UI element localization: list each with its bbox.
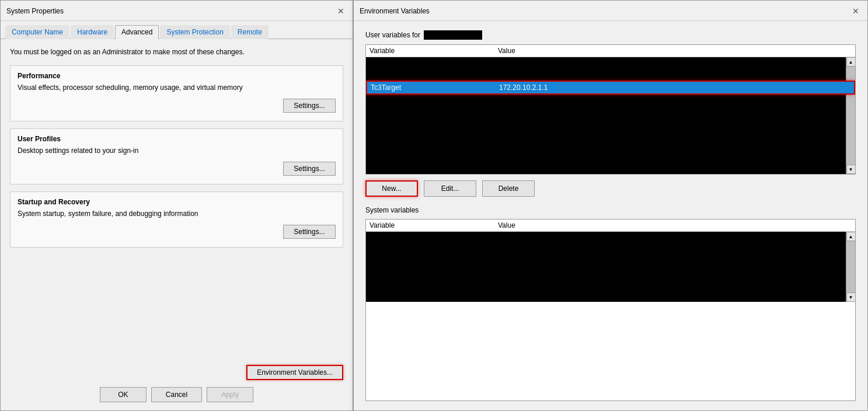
startup-recovery-settings-button[interactable]: Settings... <box>283 225 336 239</box>
user-vars-table-header: Variable Value <box>366 45 855 57</box>
action-buttons-row: OK Cancel Apply <box>10 387 343 402</box>
chevron-down-icon: ▼ <box>849 167 853 172</box>
performance-settings-button[interactable]: Settings... <box>283 99 336 113</box>
user-vars-col-variable: Variable <box>369 47 498 55</box>
scrollbar-down-arrow[interactable]: ▼ <box>846 165 856 174</box>
user-vars-scrollbar[interactable]: ▲ ▼ <box>846 57 855 174</box>
user-vars-action-row: New... Edit... Delete <box>365 180 856 197</box>
apply-button[interactable]: Apply <box>207 387 253 402</box>
new-user-var-button[interactable]: New... <box>365 180 418 197</box>
system-properties-title: System Properties <box>6 7 64 15</box>
startup-recovery-label: Startup and Recovery <box>18 198 336 206</box>
tab-system-protection[interactable]: System Protection <box>160 25 229 39</box>
user-vars-scroll-area[interactable]: Tc3Target 172.20.10.2.1.1 ▲ ▼ <box>366 57 855 174</box>
user-profiles-section: User Profiles Desktop settings related t… <box>10 128 343 184</box>
startup-recovery-desc: System startup, system failure, and debu… <box>18 210 336 218</box>
sys-vars-scroll-area[interactable]: ▲ ▼ <box>366 232 855 302</box>
username-redacted <box>424 30 482 40</box>
close-icon: ✕ <box>337 6 344 16</box>
tab-hardware[interactable]: Hardware <box>71 25 114 39</box>
system-properties-close-button[interactable]: ✕ <box>335 5 347 17</box>
var-name-cell: Tc3Target <box>371 83 499 92</box>
env-vars-title: Environment Variables <box>360 7 430 15</box>
sys-scrollbar-down-arrow[interactable]: ▼ <box>846 292 856 302</box>
table-row[interactable]: Tc3Target 172.20.10.2.1.1 <box>366 81 855 95</box>
system-properties-content: You must be logged on as an Administrato… <box>1 39 353 359</box>
tab-computer-name[interactable]: Computer Name <box>5 25 69 39</box>
chevron-up-icon: ▲ <box>849 60 853 65</box>
sys-vars-scrollbar[interactable]: ▲ ▼ <box>846 232 855 302</box>
user-profiles-desc: Desktop settings related to your sign-in <box>18 147 336 155</box>
performance-desc: Visual effects, processor scheduling, me… <box>18 83 336 92</box>
user-profiles-label: User Profiles <box>18 135 336 143</box>
sys-vars-table-header: Variable Value <box>366 220 855 232</box>
delete-user-var-button[interactable]: Delete <box>482 180 535 197</box>
chevron-down-icon: ▼ <box>849 295 853 300</box>
sys-vars-table: Variable Value ▲ ▼ <box>365 219 856 401</box>
sys-vars-section-title: System variables <box>365 206 856 214</box>
ok-button[interactable]: OK <box>100 387 147 402</box>
sys-vars-col-value: Value <box>498 221 852 229</box>
cancel-button[interactable]: Cancel <box>151 387 202 402</box>
sys-scrollbar-up-arrow[interactable]: ▲ <box>846 232 856 241</box>
tab-remote[interactable]: Remote <box>231 25 269 39</box>
user-profiles-settings-button[interactable]: Settings... <box>283 162 336 176</box>
var-value-cell: 172.20.10.2.1.1 <box>499 83 850 92</box>
sys-vars-col-variable: Variable <box>369 221 498 229</box>
performance-section: Performance Visual effects, processor sc… <box>10 65 343 121</box>
system-properties-tabs: Computer Name Hardware Advanced System P… <box>1 21 353 39</box>
env-vars-content: User variables for Variable Value Tc3Tar… <box>354 21 867 410</box>
chevron-up-icon: ▲ <box>849 234 853 239</box>
tab-advanced[interactable]: Advanced <box>115 25 159 39</box>
performance-label: Performance <box>18 72 336 80</box>
env-vars-close-button[interactable]: ✕ <box>850 5 862 17</box>
startup-recovery-section: Startup and Recovery System startup, sys… <box>10 191 343 248</box>
environment-variables-button[interactable]: Environment Variables... <box>246 365 343 380</box>
admin-notice: You must be logged on as an Administrato… <box>10 47 343 57</box>
environment-variables-dialog: Environment Variables ✕ User variables f… <box>353 0 868 411</box>
user-vars-section-title: User variables for <box>365 30 856 40</box>
system-properties-dialog: System Properties ✕ Computer Name Hardwa… <box>0 0 353 411</box>
user-vars-col-value: Value <box>498 47 852 55</box>
edit-user-var-button[interactable]: Edit... <box>424 180 476 197</box>
system-properties-titlebar: System Properties ✕ <box>1 1 353 21</box>
env-vars-titlebar: Environment Variables ✕ <box>354 1 867 21</box>
close-icon: ✕ <box>852 6 859 16</box>
system-properties-bottom: Environment Variables... OK Cancel Apply <box>1 359 353 410</box>
user-vars-table: Variable Value Tc3Target 172.20.10.2.1.1… <box>365 44 856 175</box>
scrollbar-up-arrow[interactable]: ▲ <box>846 57 856 67</box>
